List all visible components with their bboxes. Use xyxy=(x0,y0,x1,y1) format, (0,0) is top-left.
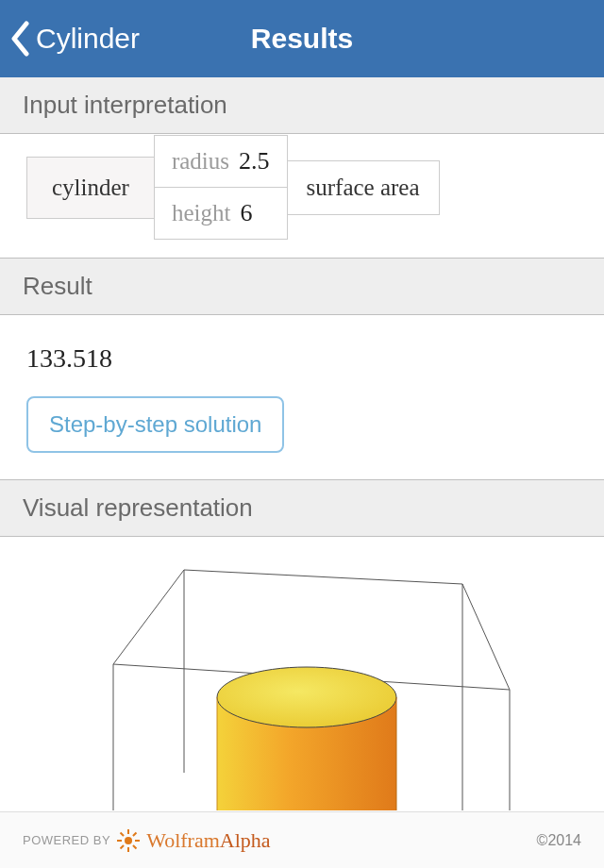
svg-rect-20 xyxy=(132,844,137,849)
svg-line-0 xyxy=(184,570,462,584)
interpretation-shape: cylinder xyxy=(26,157,155,219)
chevron-left-icon xyxy=(9,21,30,57)
wolfram-logo-icon xyxy=(116,828,141,853)
svg-rect-13 xyxy=(127,829,129,834)
param-label: radius xyxy=(172,148,229,175)
back-button[interactable]: Cylinder xyxy=(9,21,140,57)
svg-point-12 xyxy=(125,837,132,844)
svg-rect-15 xyxy=(117,840,122,842)
svg-rect-19 xyxy=(120,831,125,836)
svg-rect-18 xyxy=(120,844,125,849)
section-header-visual: Visual representation xyxy=(0,479,604,537)
param-row: radius 2.5 xyxy=(155,136,287,188)
powered-by-label: POWERED BY xyxy=(23,833,110,847)
brand: WolframAlpha xyxy=(116,828,270,853)
svg-line-1 xyxy=(113,570,184,664)
brand-text: WolframAlpha xyxy=(146,828,270,853)
section-header-result: Result xyxy=(0,258,604,315)
svg-rect-14 xyxy=(127,847,129,852)
footer: POWERED BY WolframAlpha ©2014 xyxy=(0,811,604,868)
svg-rect-17 xyxy=(132,831,137,836)
interpretation-params: radius 2.5 height 6 xyxy=(155,136,287,239)
section-header-interpretation: Input interpretation xyxy=(0,77,604,134)
interpretation-body: cylinder radius 2.5 height 6 surface are… xyxy=(0,134,604,258)
copyright: ©2014 xyxy=(537,832,581,849)
param-row: height 6 xyxy=(155,188,287,239)
back-label: Cylinder xyxy=(36,23,140,55)
result-value: 133.518 xyxy=(0,315,604,396)
svg-line-2 xyxy=(462,584,510,690)
page-title: Results xyxy=(251,23,353,55)
brand-alpha: Alpha xyxy=(220,828,271,852)
step-by-step-button[interactable]: Step-by-step solution xyxy=(26,396,284,453)
header-bar: Cylinder Results xyxy=(0,0,604,77)
param-label: height xyxy=(172,200,231,226)
interpretation-quantity: surface area xyxy=(287,160,440,215)
visual-representation xyxy=(0,537,604,810)
param-value: 6 xyxy=(240,199,252,227)
svg-point-9 xyxy=(217,667,396,727)
svg-rect-16 xyxy=(135,840,140,842)
cylinder-3d-icon xyxy=(80,546,524,810)
brand-wolfram: Wolfram xyxy=(146,828,220,852)
param-value: 2.5 xyxy=(239,147,270,175)
